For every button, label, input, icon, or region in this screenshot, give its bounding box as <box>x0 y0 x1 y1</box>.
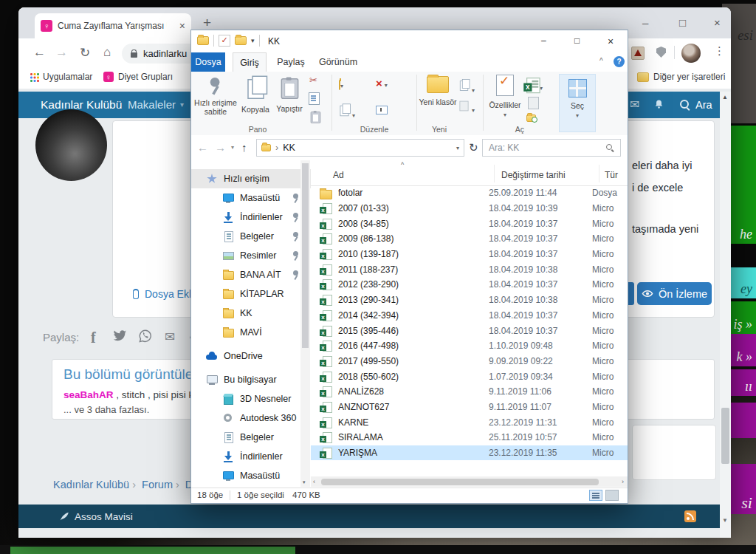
copy-to-button[interactable]: ▾ <box>339 104 355 121</box>
paste-shortcut-button[interactable] <box>309 110 322 127</box>
sticky-note[interactable]: iş » <box>727 301 756 334</box>
notifications-icon[interactable] <box>653 98 664 113</box>
nav-makaleler[interactable]: Makaleler ▾ <box>128 98 184 111</box>
email-icon[interactable]: ✉ <box>165 329 175 345</box>
reload-icon[interactable]: ↻ <box>80 45 90 61</box>
file-row[interactable]: 2010 (139-187) 18.04.2019 10:37 Micro <box>311 247 628 262</box>
reply-button-partial[interactable] <box>628 282 634 305</box>
rss-icon[interactable] <box>684 510 696 522</box>
nav-pane-scrollbar[interactable]: ▾ <box>300 160 310 487</box>
refresh-icon[interactable]: ↻ <box>469 141 478 154</box>
horizontal-scrollbar[interactable]: ‹ › <box>311 476 628 487</box>
sticky-note[interactable]: ıı <box>729 369 756 396</box>
file-row[interactable]: ANZNOT627 9.11.2019 11:07 Micro <box>311 400 628 415</box>
breadcrumb-item[interactable]: Forum › <box>142 479 179 490</box>
bookmark-apps[interactable]: Uygulamalar <box>30 72 92 82</box>
file-row[interactable]: 2017 (499-550) 9.09.2019 09:22 Micro <box>311 354 628 369</box>
sticky-note[interactable]: ey <box>729 267 756 298</box>
file-row[interactable]: 2009 (86-138) 18.04.2019 10:37 Micro <box>311 231 628 247</box>
sidebar-item[interactable]: İndirilenler <box>191 447 311 466</box>
user-avatar[interactable] <box>35 109 107 181</box>
tab-close-icon[interactable]: × <box>179 20 185 32</box>
browser-scrollbar[interactable]: ▲ ▼ <box>720 92 731 538</box>
browser-close-button[interactable]: × <box>714 16 721 29</box>
nav-back-icon[interactable]: ← <box>197 141 208 154</box>
home-icon[interactable]: ⌂ <box>103 45 111 60</box>
tab-dosya[interactable]: Dosya <box>191 52 225 72</box>
sticky-note[interactable]: he <box>729 126 756 244</box>
scrollbar-thumb[interactable] <box>721 408 729 464</box>
back-icon[interactable]: ← <box>33 45 46 60</box>
open-with-excel-button[interactable]: ▾ <box>526 78 543 94</box>
sidebar-item[interactable]: BANA AİT <box>191 265 311 284</box>
file-row[interactable]: 2007 (01-33) 18.04.2019 10:39 Micro <box>311 201 628 216</box>
new-item-button[interactable]: ▾ <box>458 79 475 96</box>
sidebar-item[interactable]: KİTAPLAR <box>191 284 311 304</box>
file-row[interactable]: 2013 (290-341) 18.04.2019 10:38 Micro <box>311 293 628 308</box>
scrollbar-thumb[interactable] <box>302 163 309 348</box>
viewer-link[interactable]: seaBahAR <box>63 389 114 400</box>
up-icon[interactable]: ↑ <box>241 141 247 154</box>
sidebar-item[interactable]: Autodesk 360 <box>191 408 311 428</box>
column-header-name[interactable]: Ad <box>333 170 344 180</box>
file-row[interactable]: 2011 (188-237) 18.04.2019 10:38 Micro <box>311 261 628 277</box>
edit-button[interactable] <box>528 97 539 112</box>
column-divider[interactable] <box>599 165 599 182</box>
breadcrumb-item[interactable]: Kadınlar Kulübü › <box>53 479 136 490</box>
nav-forward-icon[interactable]: → <box>215 141 226 154</box>
profile-avatar[interactable] <box>681 44 701 63</box>
messages-icon[interactable]: ✉ <box>630 98 639 112</box>
other-bookmarks[interactable]: Diğer yer işaretleri <box>637 72 725 82</box>
easy-access-button[interactable]: ▾ <box>458 100 475 116</box>
browser-tab[interactable]: ♀ Cuma Zayıflama Yarışması Üyele × <box>35 13 191 38</box>
tab-paylas[interactable]: Paylaş <box>272 52 309 72</box>
sidebar-item[interactable]: MAVİ <box>191 323 311 342</box>
browser-menu-icon[interactable]: ⋮ <box>714 44 725 58</box>
twitter-icon[interactable] <box>113 329 127 345</box>
scroll-up-icon[interactable]: ▲ <box>722 94 728 100</box>
scroll-right-icon[interactable]: › <box>622 478 624 485</box>
attach-file-button[interactable]: Dosya Ekle <box>131 288 197 300</box>
thumbnail-view-button[interactable] <box>605 490 619 501</box>
sticky-note[interactable]: k » <box>727 334 756 366</box>
sticky-note[interactable] <box>729 403 756 438</box>
whatsapp-icon[interactable] <box>139 329 152 346</box>
pin-to-quick-access-button[interactable]: Hızlı erişime sabitle <box>193 75 238 117</box>
sidebar-item[interactable]: Masaüstü <box>191 466 311 485</box>
new-tab-button[interactable]: + <box>203 15 211 31</box>
browser-minimize-button[interactable]: – <box>642 16 648 29</box>
file-row[interactable]: SIRALAMA 25.11.2019 10:57 Micro <box>311 430 628 445</box>
explorer-address-bar[interactable]: › KK ▾ <box>256 139 464 157</box>
details-view-button[interactable] <box>589 490 602 501</box>
scrollbar-thumb[interactable] <box>321 479 599 485</box>
file-row[interactable]: 2016 (447-498) 1.10.2019 09:48 Micro <box>311 338 628 354</box>
explorer-search-box[interactable]: Ara: KK <box>482 139 621 157</box>
theme-selector[interactable]: Assos Mavisi <box>59 511 133 522</box>
file-row[interactable]: 2014 (342-394) 18.04.2019 10:37 Micro <box>311 308 628 324</box>
copy-button[interactable]: Kopyala <box>238 75 272 114</box>
sidebar-item[interactable]: Belgeler <box>191 428 311 447</box>
paste-button[interactable]: Yapıştır <box>272 75 306 113</box>
column-header-type[interactable]: Tür <box>605 170 618 180</box>
file-row[interactable]: 2018 (550-602) 1.07.2019 09:34 Micro <box>311 369 628 384</box>
column-header-date[interactable]: Değiştirme tarihi <box>501 170 566 180</box>
file-row[interactable]: KARNE 23.12.2019 11:31 Micro <box>311 414 628 430</box>
tab-giris[interactable]: Giriş <box>233 52 267 72</box>
properties-qat-icon[interactable]: ✓ <box>219 35 230 47</box>
sidebar-item[interactable]: KK <box>191 304 311 323</box>
forward-icon[interactable]: → <box>55 45 68 60</box>
site-brand[interactable]: Kadınlar Kulübü <box>41 98 122 112</box>
scroll-down-icon[interactable]: ▾ <box>303 479 306 485</box>
file-row[interactable]: ANALİZ628 9.11.2019 11:06 Micro <box>311 384 628 400</box>
pdf-extension-icon[interactable] <box>631 47 645 60</box>
copy-path-button[interactable] <box>309 92 320 107</box>
file-row[interactable]: fotolar 25.09.2019 11:44 Dosya <box>311 185 628 201</box>
scroll-left-icon[interactable]: ‹ <box>313 478 315 485</box>
file-row[interactable]: YARIŞMA 23.12.2019 11:35 Micro <box>311 445 628 461</box>
sidebar-item[interactable]: 3D Nesneler <box>191 389 311 408</box>
history-button[interactable] <box>526 114 536 124</box>
shield-extension-icon[interactable] <box>656 47 666 58</box>
explorer-close-button[interactable]: × <box>608 35 614 47</box>
file-row[interactable]: 2008 (34-85) 18.04.2019 10:37 Micro <box>311 216 628 231</box>
address-dropdown-icon[interactable]: ▾ <box>456 145 459 151</box>
